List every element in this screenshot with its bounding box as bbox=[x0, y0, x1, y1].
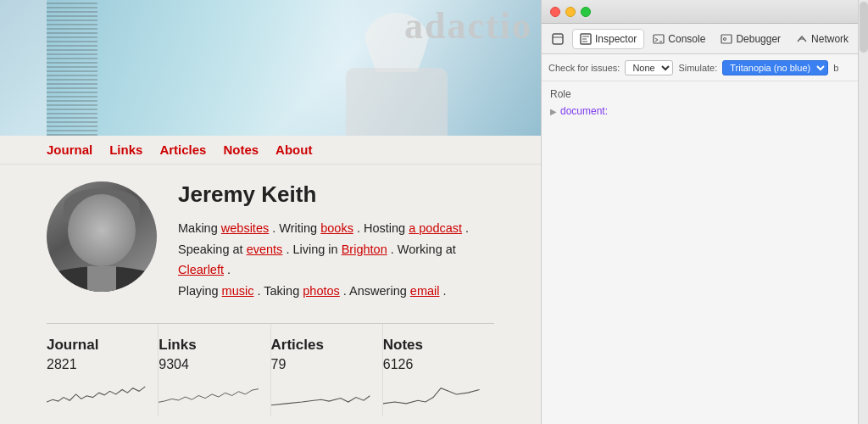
trooper-body bbox=[346, 68, 448, 136]
traffic-light-yellow[interactable] bbox=[565, 7, 576, 17]
bio-link-books[interactable]: books bbox=[320, 221, 353, 235]
bio-text: . Answering bbox=[343, 284, 410, 298]
role-document: document: bbox=[560, 105, 608, 117]
bio-text: Speaking at bbox=[178, 243, 247, 256]
sparkline-articles bbox=[271, 379, 371, 409]
tab-console-label: Console bbox=[668, 33, 705, 45]
stat-articles: Articles 79 bbox=[271, 324, 383, 416]
stat-count-notes: 6126 bbox=[383, 357, 494, 372]
bio-link-websites[interactable]: websites bbox=[221, 221, 269, 235]
tab-debugger[interactable]: Debugger bbox=[714, 30, 787, 48]
stat-notes: Notes 6126 bbox=[383, 324, 494, 416]
bio-text: Making bbox=[178, 221, 221, 235]
bio-link-music[interactable]: music bbox=[222, 284, 254, 298]
avatar-face bbox=[68, 194, 136, 266]
bio-link-events[interactable]: events bbox=[247, 243, 283, 256]
bio-text: . Living in bbox=[286, 243, 341, 256]
svg-rect-3 bbox=[654, 35, 664, 43]
svg-rect-0 bbox=[553, 34, 563, 44]
header-banner: adactio bbox=[0, 0, 541, 136]
nav-notes[interactable]: Notes bbox=[223, 142, 259, 157]
nav-about[interactable]: About bbox=[275, 142, 312, 157]
scrollbar-thumb[interactable] bbox=[860, 2, 868, 53]
bio-link-email[interactable]: email bbox=[410, 284, 440, 298]
stat-links: Links 9304 bbox=[159, 324, 270, 416]
role-tree-item[interactable]: ▶ document: bbox=[550, 105, 860, 117]
tree-triangle-icon: ▶ bbox=[550, 107, 557, 116]
profile-section: Jeremy Keith Making websites . Writing b… bbox=[47, 181, 494, 302]
devtools-titlebar bbox=[542, 0, 868, 24]
devtools-panel: Inspector Console Debugger Network Ch bbox=[541, 0, 868, 424]
nav-links[interactable]: Links bbox=[109, 142, 142, 157]
main-content: Jeremy Keith Making websites . Writing b… bbox=[0, 165, 541, 424]
inspector-icon bbox=[580, 33, 592, 45]
console-icon bbox=[653, 33, 665, 45]
bio-link-podcast[interactable]: a podcast bbox=[409, 221, 462, 235]
tab-debugger-label: Debugger bbox=[736, 33, 781, 45]
avatar bbox=[47, 181, 157, 292]
person-name: Jeremy Keith bbox=[178, 181, 494, 208]
role-label: Role bbox=[550, 88, 860, 100]
bio-text: . bbox=[227, 263, 231, 276]
profile-text: Jeremy Keith Making websites . Writing b… bbox=[178, 181, 494, 302]
stat-label-articles: Articles bbox=[271, 337, 382, 354]
banner-scanlines bbox=[47, 0, 97, 136]
bio-text: . Writing bbox=[272, 221, 320, 235]
tab-picker[interactable] bbox=[545, 30, 570, 48]
main-nav: Journal Links Articles Notes About bbox=[0, 136, 541, 165]
bio-text: . Working at bbox=[391, 243, 456, 256]
stat-label-links: Links bbox=[159, 337, 270, 354]
svg-point-5 bbox=[724, 37, 726, 40]
scrollbar[interactable] bbox=[858, 0, 868, 424]
sparkline-links bbox=[159, 379, 259, 409]
tab-inspector-label: Inspector bbox=[595, 33, 637, 45]
bio-line-3: Playing music . Taking photos . Answerin… bbox=[178, 281, 494, 302]
stat-count-articles: 79 bbox=[271, 357, 382, 372]
bio-line-1: Making websites . Writing books . Hostin… bbox=[178, 218, 494, 239]
tab-network-label: Network bbox=[811, 33, 849, 45]
stats-section: Journal 2821 Links 9304 Articles 79 bbox=[47, 323, 494, 416]
stat-count-links: 9304 bbox=[159, 357, 270, 372]
sparkline-journal bbox=[47, 379, 147, 409]
bio-link-brighton[interactable]: Brighton bbox=[342, 243, 387, 256]
nav-articles[interactable]: Articles bbox=[159, 142, 206, 157]
role-section: Role ▶ document: bbox=[542, 81, 868, 124]
bio-text: . Taking bbox=[258, 284, 303, 298]
bio-link-clearleft[interactable]: Clearleft bbox=[178, 263, 224, 276]
stat-journal: Journal 2821 bbox=[47, 324, 159, 416]
tab-inspector[interactable]: Inspector bbox=[572, 29, 644, 49]
network-icon bbox=[796, 33, 808, 45]
stat-count-journal: 2821 bbox=[47, 357, 158, 372]
traffic-light-green[interactable] bbox=[581, 7, 591, 17]
bio-text: . bbox=[443, 284, 447, 298]
check-issues-label: Check for issues: bbox=[548, 63, 620, 73]
stat-label-notes: Notes bbox=[383, 337, 494, 354]
nav-journal[interactable]: Journal bbox=[47, 142, 92, 157]
debugger-icon bbox=[721, 33, 732, 45]
bio-text: . bbox=[465, 221, 469, 235]
simulate-label: Simulate: bbox=[678, 63, 717, 73]
bio-text: Playing bbox=[178, 284, 222, 298]
traffic-light-red[interactable] bbox=[550, 7, 560, 17]
b-label: b bbox=[833, 63, 838, 73]
bio-text: . Hosting bbox=[357, 221, 409, 235]
devtools-tabs: Inspector Console Debugger Network bbox=[542, 24, 868, 54]
picker-icon bbox=[552, 33, 564, 45]
bio-link-photos[interactable]: photos bbox=[303, 284, 340, 298]
website-area: adactio Journal Links Articles Notes Abo… bbox=[0, 0, 541, 424]
avatar-neck bbox=[87, 266, 116, 292]
sparkline-notes bbox=[383, 379, 483, 409]
tab-network[interactable]: Network bbox=[789, 30, 855, 48]
bio-line-2: Speaking at events . Living in Brighton … bbox=[178, 239, 494, 281]
devtools-toolbar: Check for issues: None Simulate: Tritano… bbox=[542, 54, 868, 81]
stat-label-journal: Journal bbox=[47, 337, 158, 354]
check-issues-select[interactable]: None bbox=[625, 60, 673, 75]
site-logo[interactable]: adactio bbox=[404, 4, 532, 47]
tab-console[interactable]: Console bbox=[646, 30, 712, 48]
simulate-select[interactable]: Tritanopia (no blue) bbox=[722, 60, 828, 75]
